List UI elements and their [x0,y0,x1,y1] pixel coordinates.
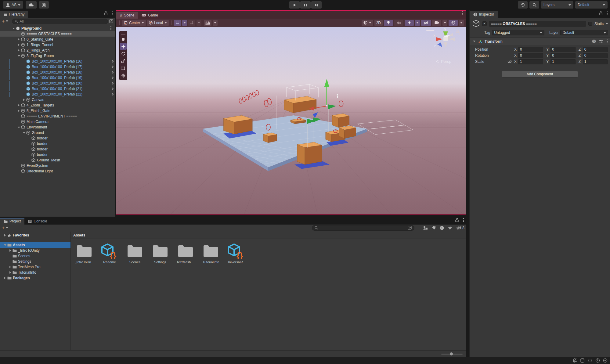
tree-item[interactable]: border [0,135,115,141]
lighting-toggle[interactable] [384,20,393,26]
unlock-icon[interactable] [455,218,459,222]
rotation-x-field[interactable] [518,53,543,58]
code-optimization-icon[interactable] [588,358,592,363]
tree-item[interactable]: Directional Light [0,168,115,174]
tree-item[interactable]: border [0,146,115,152]
hand-tool-button[interactable] [120,36,127,42]
gizmos-toggle[interactable] [449,20,458,26]
camera-dropdown[interactable] [442,20,447,26]
shading-mode-dropdown[interactable] [362,20,373,26]
search-by-type-icon[interactable] [423,226,428,230]
move-tool-button[interactable] [120,43,127,50]
tree-item[interactable]: Scenes [0,253,70,259]
unlock-icon[interactable] [599,11,602,15]
hierarchy-search-input[interactable]: All [12,19,108,24]
tree-item[interactable]: Box_100x100x100_Prefab (17) [0,64,115,70]
prefab-chevron-icon[interactable] [111,82,114,85]
foldout-expanded-icon[interactable] [17,127,21,128]
snap-increment-dropdown[interactable] [197,20,201,26]
asset-item[interactable]: Scenes [123,242,147,264]
2d-toggle[interactable]: 2D [374,20,383,26]
rect-tool-button[interactable] [120,65,127,72]
rotate-tool-button[interactable] [120,50,127,57]
scale-y-field[interactable] [550,59,575,64]
object-name-field[interactable] [489,21,586,27]
tree-item[interactable]: 4_Zoom_Targets [0,103,115,108]
tree-item[interactable]: ===== OBSTACLES ===== [0,31,115,37]
foldout-collapsed-icon[interactable] [17,49,21,52]
scene-viewport[interactable]: y x z [116,27,466,214]
tab-console[interactable]: Console [24,218,51,225]
tree-item[interactable]: Box_100x100x100_Prefab (16) [0,59,115,64]
tree-item[interactable]: TextMesh Pro [0,264,70,270]
active-checkbox[interactable]: ✓ [482,21,487,26]
cache-server-icon[interactable] [580,358,585,363]
favorites-star-icon[interactable] [448,226,452,230]
step-button[interactable] [311,1,322,9]
snap-increment-toggle[interactable] [188,20,195,26]
prefab-chevron-icon[interactable] [111,77,114,79]
measure-dropdown[interactable] [213,20,218,26]
gameobject-cube-icon[interactable] [472,20,480,28]
services-button[interactable] [39,1,49,9]
foldout-collapsed-icon[interactable] [3,234,7,236]
alert-icon[interactable] [440,226,444,230]
position-z-field[interactable] [583,47,608,52]
prefab-chevron-icon[interactable] [111,71,114,74]
grid-snapping-dropdown[interactable] [182,20,187,26]
tree-item[interactable]: 1_Rings_Tunnel [0,42,115,48]
asset-item[interactable]: Settings [148,242,172,264]
background-tasks-icon[interactable] [595,358,600,363]
search-button[interactable] [529,1,539,9]
tree-item[interactable]: Box_100x100x100_Prefab (19) [0,75,115,81]
scale-z-field[interactable] [583,59,608,64]
static-checkbox[interactable] [588,22,592,26]
zoom-slider-knob[interactable] [450,352,453,355]
chevron-down-icon[interactable] [6,20,8,22]
foldout-collapsed-icon[interactable] [17,104,21,106]
status-ok-icon[interactable] [603,358,608,363]
asset-item[interactable]: TutorialInfo [199,242,223,264]
foldout-expanded-icon[interactable] [3,244,7,246]
scale-x-field[interactable] [518,59,543,64]
tree-item[interactable]: 0_Starting_Gate [0,37,115,42]
static-dropdown-icon[interactable] [606,23,608,24]
picker-icon[interactable] [109,19,113,23]
tag-dropdown[interactable]: Untagged [492,30,544,35]
chevron-down-icon[interactable] [6,227,8,229]
prefab-chevron-icon[interactable] [111,66,114,68]
kebab-menu-icon[interactable] [112,13,113,14]
scale-tool-button[interactable] [120,58,127,64]
search-in-window-icon[interactable] [408,226,412,230]
tree-item[interactable]: 2_Rings_Arch [0,48,115,53]
layer-dropdown[interactable]: Default [560,30,608,35]
rotation-y-field[interactable] [550,53,575,58]
undo-history-button[interactable] [518,1,528,9]
foldout-collapsed-icon[interactable] [3,277,7,279]
tree-item[interactable]: Assets [0,242,70,248]
kebab-menu-icon[interactable] [462,13,463,14]
search-by-label-icon[interactable] [432,226,436,230]
transform-tool-button[interactable] [120,72,127,79]
asset-item[interactable]: TextMesh ... [173,242,198,264]
effects-dropdown[interactable] [415,20,420,26]
tree-item[interactable]: Main Camera [0,119,115,124]
tree-item[interactable]: Environment [0,124,115,130]
add-object-button[interactable]: + [2,19,5,24]
create-asset-button[interactable]: + [2,225,5,230]
tab-game[interactable]: Game [138,12,162,19]
tree-item[interactable]: border [0,152,115,157]
add-component-button[interactable]: Add Component [502,71,578,77]
tree-item[interactable]: Playground [0,26,115,31]
tree-item[interactable]: Favorites [0,232,70,238]
hidden-objects-toggle[interactable] [421,20,431,26]
tree-item[interactable]: Box_100x100x100_Prefab (18) [0,70,115,75]
tree-item[interactable]: Settings [0,259,70,264]
tool-handle-rotation-dropdown[interactable]: Local [147,20,169,26]
foldout-collapsed-icon[interactable] [8,249,12,252]
tree-item[interactable]: ===== ENVIRONMENT ===== [0,114,115,119]
position-y-field[interactable] [550,47,575,52]
tree-item[interactable]: 5_Finish_Gate [0,108,115,114]
camera-settings-button[interactable] [432,20,441,26]
foldout-collapsed-icon[interactable] [17,38,21,41]
